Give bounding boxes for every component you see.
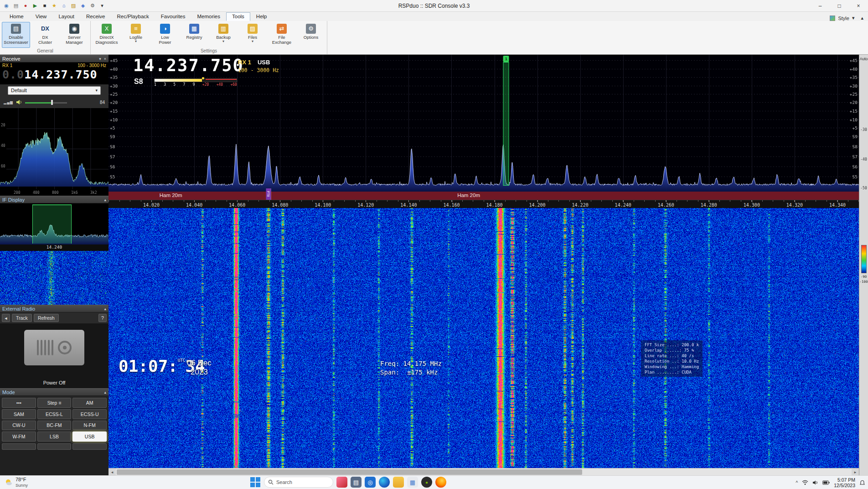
waterfall-display[interactable]: 01:07:UTC34 06 Dec2023 Freq: 14.175 MHz … — [108, 208, 859, 468]
horizontal-scrollbar[interactable]: ◂ ▸ — [108, 468, 859, 475]
back-button[interactable]: ◂ — [2, 314, 10, 322]
chevron-down-icon: ▾ — [222, 40, 224, 43]
favourite-icon[interactable]: ★ — [51, 2, 58, 10]
store-icon[interactable]: ▦ — [407, 477, 418, 488]
tab-favourites[interactable]: Favourites — [155, 12, 191, 21]
preset-dropdown[interactable]: Default ▾ — [8, 86, 101, 95]
mode-button-sam[interactable]: SAM — [2, 409, 36, 419]
taskbar-clock[interactable]: 5:07 PM 12/5/2023 — [834, 477, 855, 488]
backup-button[interactable]: ▥Backup▾ — [209, 22, 238, 48]
track-button[interactable]: Track — [12, 314, 32, 322]
home-icon[interactable]: ⌂ — [60, 2, 67, 10]
if-passband-selection[interactable] — [32, 204, 72, 244]
scroll-left-icon[interactable]: ◂ — [108, 468, 116, 476]
battery-icon[interactable] — [822, 480, 830, 485]
tuning-marker[interactable] — [503, 62, 509, 186]
mode-button-n-fm[interactable]: N-FM — [72, 421, 107, 431]
notification-bell-icon[interactable] — [859, 480, 865, 486]
disable-screensaver-button[interactable]: ▤DisableScreensaver — [2, 22, 30, 48]
dx-cluster-button[interactable]: DXDXCluster — [31, 22, 59, 48]
auto-scale-button[interactable]: Auto — [859, 57, 868, 61]
audio-spectrum-display[interactable] — [0, 108, 108, 196]
waterfall-canvas[interactable] — [108, 208, 859, 468]
logfile-button[interactable]: ≡Logfile▾ — [122, 22, 150, 48]
server-manager-button[interactable]: ◉ServerManager — [60, 22, 88, 48]
mode-button-am[interactable]: AM — [72, 398, 107, 408]
firefox-icon[interactable] — [435, 477, 446, 488]
mode-button-w-fm[interactable]: W-FM — [2, 432, 36, 442]
low-power-button[interactable]: ◑LowPower — [151, 22, 179, 48]
pin-icon[interactable]: ▾ — [99, 57, 101, 61]
directx-diagnostics-button[interactable]: XDirectXDiagnostics — [93, 22, 121, 48]
collapse-section-icon[interactable]: ▴ — [104, 307, 106, 311]
collapse-section-icon[interactable]: ▴ — [104, 198, 106, 202]
volume-slider-thumb[interactable] — [51, 100, 53, 105]
collapse-ribbon-icon[interactable]: ▴ — [861, 15, 863, 21]
search-box[interactable]: Search — [264, 477, 333, 488]
mode-button-bc-fm[interactable]: BC-FM — [37, 421, 72, 431]
customize-arrow-icon[interactable]: ▾ — [98, 2, 106, 10]
mode-button-lsb[interactable]: LSB — [37, 432, 72, 442]
screen-icon[interactable]: ▤ — [12, 2, 20, 10]
mode-button-[interactable]: ••• — [2, 398, 36, 408]
weather-widget[interactable]: 78°F Sunny — [4, 477, 28, 488]
app-icon[interactable]: ◉ — [3, 2, 10, 10]
speaker-icon[interactable] — [16, 99, 22, 105]
options-button[interactable]: ⚙Options — [297, 22, 325, 48]
mode-button-cw-u[interactable]: CW-U — [2, 421, 36, 431]
files-button[interactable]: ▨Files▾ — [238, 22, 267, 48]
help-button[interactable]: ? — [98, 314, 107, 322]
folder-icon[interactable] — [393, 477, 404, 488]
edge-icon[interactable] — [379, 477, 390, 488]
mode-button-step[interactable]: Step ≡ — [37, 398, 72, 408]
registry-button[interactable]: ▦Registry — [180, 22, 208, 48]
tab-memories[interactable]: Memories — [191, 12, 226, 21]
play-icon[interactable]: ▶ — [31, 2, 39, 10]
mode-button-ecss-u[interactable]: ECSS-U — [72, 409, 107, 419]
scrollbar-thumb[interactable] — [117, 469, 582, 475]
mode-button-usb[interactable]: USB — [72, 432, 107, 442]
close-button[interactable]: × — [849, 0, 868, 12]
volume-slider[interactable] — [25, 100, 67, 105]
stop-icon[interactable]: ■ — [41, 2, 48, 10]
start-button[interactable] — [250, 477, 261, 488]
tuned-frequency[interactable]: 0.014.237.750 — [2, 68, 106, 81]
scroll-right-icon[interactable]: ▸ — [852, 468, 859, 476]
maximize-button[interactable]: □ — [830, 0, 849, 12]
camera-icon[interactable]: ◎ — [365, 477, 376, 488]
tab-receive[interactable]: Receive — [80, 12, 111, 21]
gift-icon[interactable] — [336, 477, 347, 488]
if-waterfall-display[interactable] — [0, 251, 108, 305]
tab-help[interactable]: Help — [250, 12, 273, 21]
wifi-icon[interactable] — [802, 480, 808, 485]
tab-view[interactable]: View — [30, 12, 53, 21]
spectrum-canvas[interactable] — [108, 55, 859, 192]
folder-icon[interactable]: ▨ — [70, 2, 77, 10]
record-icon[interactable]: ● — [22, 2, 29, 10]
levels-icon[interactable]: ▂▄▆ — [4, 100, 13, 104]
if-spectrum-display[interactable] — [0, 203, 108, 244]
style-button[interactable]: Style — [838, 16, 849, 21]
desktop-icon[interactable]: ▤ — [351, 477, 362, 488]
refresh-button[interactable]: Refresh — [34, 314, 59, 322]
frequency-ruler[interactable]: 14.02014.04014.06014.08014.10014.12014.1… — [108, 200, 859, 208]
spectrum-display[interactable]: +45+40+35+30+25+20+15+10+5S9S8S7S6S5 +45… — [108, 55, 859, 192]
memories-icon[interactable]: ◈ — [79, 2, 87, 10]
tools-icon[interactable]: ⚙ — [89, 2, 96, 10]
s-meter-bar — [154, 78, 237, 82]
tab-tools[interactable]: Tools — [226, 12, 250, 21]
speaker-icon[interactable] — [812, 480, 818, 485]
tab-layout[interactable]: Layout — [52, 12, 80, 21]
tab-home[interactable]: Home — [4, 12, 30, 21]
minimize-button[interactable]: – — [811, 0, 830, 12]
freq-tick-label: 14.300 — [744, 203, 760, 208]
tab-rec-playback[interactable]: Rec/Playback — [111, 12, 155, 21]
mode-button-ecss-l[interactable]: ECSS-L — [37, 409, 72, 419]
file-exchange-button[interactable]: ⇄FileExchange — [268, 22, 296, 48]
close-panel-icon[interactable]: × — [104, 57, 106, 61]
tuning-marker-flag[interactable]: 1 — [503, 56, 509, 62]
tray-chevron-icon[interactable]: ^ — [796, 480, 798, 485]
nvidia-icon[interactable]: ● — [421, 477, 432, 488]
collapse-section-icon[interactable]: ▴ — [104, 390, 106, 395]
style-dropdown-icon[interactable]: ▾ — [852, 15, 855, 21]
